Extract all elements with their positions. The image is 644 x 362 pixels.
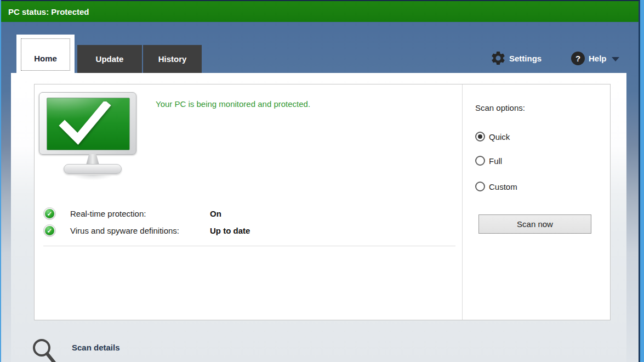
settings-label: Settings (509, 54, 542, 63)
settings-button[interactable]: Settings (490, 49, 542, 67)
scan-now-button[interactable]: Scan now (478, 214, 591, 234)
radio-button-icon (475, 156, 485, 166)
tab-update[interactable]: Update (77, 45, 142, 73)
radio-button-icon (475, 132, 485, 142)
status-panel: Your PC is being monitored and protected… (34, 84, 611, 320)
monitor-stand-base (64, 164, 122, 174)
chevron-down-icon (612, 57, 619, 61)
pc-status-title: PC status: Protected (8, 7, 89, 16)
gear-icon (490, 50, 506, 66)
checkmark-icon (57, 101, 117, 150)
radio-full-scan[interactable]: Full (475, 155, 502, 167)
panel-divider (462, 84, 463, 320)
radio-button-icon (475, 182, 485, 191)
help-label: Help (589, 54, 607, 63)
tab-home[interactable]: Home (16, 35, 75, 73)
help-glyph: ? (575, 54, 580, 63)
radio-quick-label: Quick (489, 132, 510, 142)
radio-full-label: Full (489, 156, 502, 166)
check-glyph: ✓ (45, 209, 54, 218)
titlebar: PC status: Protected (1, 1, 639, 22)
status-separator (43, 246, 455, 246)
tab-update-label: Update (96, 54, 124, 64)
definitions-value: Up to date (210, 226, 250, 235)
monitor-reflection (67, 175, 118, 182)
help-icon: ? (571, 52, 585, 65)
scan-options-label: Scan options: (475, 103, 525, 112)
radio-custom-label: Custom (489, 182, 517, 191)
monitor-frame (39, 92, 136, 155)
monitor-screen (47, 98, 130, 150)
radio-quick-scan[interactable]: Quick (475, 131, 510, 143)
definitions-label: Virus and spyware definitions: (70, 226, 179, 235)
realtime-protection-label: Real-time protection: (70, 209, 146, 218)
magnifier-icon (32, 337, 57, 362)
scan-details-label: Scan details (72, 343, 120, 352)
protection-status-message: Your PC is being monitored and protected… (156, 99, 452, 109)
focus-outline (21, 38, 70, 71)
home-tab-page: Your PC is being monitored and protected… (11, 73, 626, 362)
protected-monitor-icon (39, 92, 140, 183)
radio-custom-scan[interactable]: Custom (475, 180, 517, 193)
tab-history[interactable]: History (143, 45, 202, 73)
check-circle-icon: ✓ (43, 224, 56, 237)
check-glyph: ✓ (45, 226, 54, 235)
tab-history-label: History (158, 54, 187, 64)
check-circle-icon: ✓ (43, 207, 56, 220)
monitor-stand-neck (86, 154, 99, 165)
realtime-protection-value: On (210, 209, 221, 218)
help-button[interactable]: ? Help (571, 49, 619, 67)
scan-details-expander[interactable]: Scan details (32, 337, 251, 362)
